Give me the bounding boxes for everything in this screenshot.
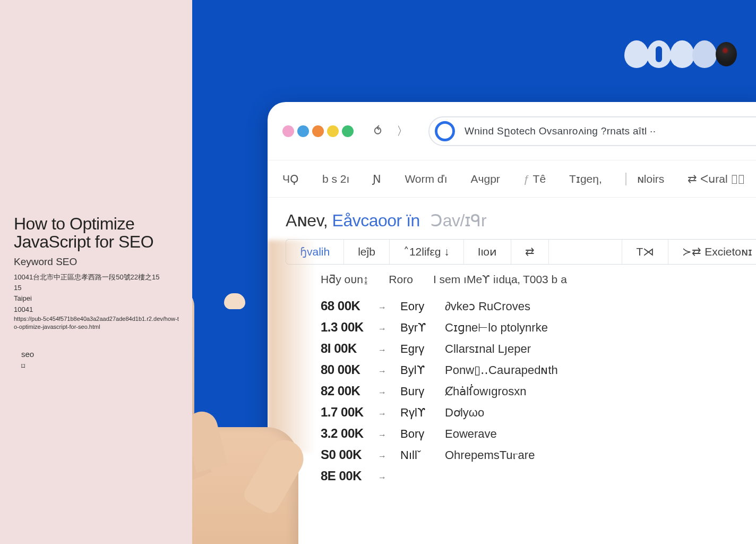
category-tabs: ЧϘ b s 2ı Ɲ Worm ďı Aчgpr ƒ Tê Tɪgeη, ɴl… (268, 160, 756, 198)
bubble-2 (647, 40, 671, 68)
traffic-pink[interactable] (282, 125, 294, 137)
bubble-3 (670, 40, 694, 68)
tab-4[interactable]: Aчgpr (471, 173, 500, 185)
arrow-icon: → (378, 303, 386, 312)
author-label: Egrγ (400, 342, 435, 356)
filter-0[interactable]: ɧvаlih (286, 240, 344, 264)
arrow-icon: → (378, 388, 386, 397)
author-label: Burγ (400, 385, 435, 398)
page-title: How to Optimize JavaScript for SEO (14, 215, 179, 251)
filter-bar: ɧvаlih leĵb ˄12lifεg ↓ Iιoᴎ ⇄ T⋊ ≻⇄ Exci… (286, 239, 756, 265)
bubble-4 (692, 40, 717, 68)
list-item[interactable]: 1.7 00K → Rγlϒ Dơlyωo (321, 402, 756, 423)
tab-6[interactable]: Tɪgeη, (569, 173, 602, 185)
metric-value: 8E 00K (321, 469, 373, 483)
title-label: Cllarsɪnal Lյeper (445, 342, 531, 356)
list-item[interactable]: 68 00K → Eory ∂vkeɔ RuCroves (321, 295, 756, 317)
reload-icon[interactable]: ⥀ (368, 121, 387, 141)
title-label: Eowerave (445, 427, 497, 441)
sub-header-row: Hƌy oᴜn↨ Roro I sem ıMeϒ iıdцa‚ T003 b a (268, 265, 756, 295)
author-label: Eory (400, 300, 435, 313)
bubble-1 (624, 40, 649, 68)
bubble-logo (626, 40, 737, 68)
filter-2[interactable]: ˄12lifεg ↓ (390, 240, 464, 264)
address-line: 10041台北市中正區忠孝西路一段50號22樓之15 (14, 272, 179, 283)
tab-8[interactable]: ⇄ ᐸսral ⌷⌷ (688, 173, 744, 185)
tab-3[interactable]: Worm ďı (405, 173, 447, 185)
tab-1[interactable]: b s 2ı (322, 173, 349, 185)
list-item[interactable]: 1.3 00K → Byrϒ Cɪɡne⊢lo ptolynrke (321, 317, 756, 338)
bubble-berry (716, 42, 737, 66)
titlebar: ⥀ 〉 Wnind Sըotech Ovsаnroʌing ?rnats aît… (268, 102, 756, 160)
crumb-prefix: Aɴev, (286, 211, 328, 230)
arrow-icon: → (378, 324, 386, 334)
metric-value: S0 00K (321, 447, 373, 462)
tab-2[interactable]: Ɲ (373, 173, 381, 185)
address-bar[interactable]: Wnind Sըotech Ovsаnroʌing ?rnats aîtl ·· (428, 116, 756, 146)
subrow-a[interactable]: Hƌy oᴜn↨ (321, 273, 368, 286)
title-label: Cɪɡne⊢lo ptolynrke (445, 321, 548, 335)
filter-5[interactable]: T⋊ (622, 240, 668, 264)
list-item[interactable]: S0 00K → Nıllˇ OhrepemsTuⲅare (321, 444, 756, 465)
list-item[interactable]: 8I 00K → Egrγ Cllarsɪnal Lյeper (321, 338, 756, 359)
city-line: 15 (14, 283, 179, 293)
metric-value: 1.7 00K (321, 405, 373, 420)
tab-5[interactable]: ƒ Tê (523, 173, 546, 185)
subrow-c: I sem ıMeϒ iıdцa‚ T003 b a (433, 273, 567, 286)
metric-value: 3.2 00K (321, 426, 373, 441)
arrow-icon: → (378, 473, 386, 482)
traffic-green[interactable] (342, 125, 354, 137)
arrow-icon: → (378, 367, 386, 376)
seo-tag: seo (21, 350, 179, 359)
forward-icon[interactable]: 〉 (391, 120, 414, 142)
author-label: Borγ (400, 427, 435, 441)
search-loading-icon (435, 121, 455, 141)
metric-value: 68 00K (321, 299, 373, 313)
address-text: Wnind Sըotech Ovsаnroʌing ?rnats aîtl ·· (465, 125, 656, 137)
tab-0[interactable]: ЧϘ (282, 173, 299, 185)
city: Taipei (14, 293, 179, 304)
metric-value: 82 00K (321, 384, 373, 398)
author-label: Nıllˇ (400, 448, 435, 462)
title-label: Ponw▯‥Caսrapedɴth (445, 363, 558, 377)
browser-window: ⥀ 〉 Wnind Sըotech Ovsаnroʌing ?rnats aît… (268, 102, 756, 544)
metric-value: 80 00K (321, 362, 373, 377)
traffic-orange[interactable] (312, 125, 324, 137)
left-panel: How to Optimize JavaScript for SEO Keywo… (0, 0, 192, 544)
title-label: Dơlyωo (445, 406, 484, 420)
crumb-current: Eåvcaoor ïn (332, 211, 420, 230)
author-label: Byrϒ (400, 321, 435, 335)
filter-1[interactable]: leĵb (344, 240, 390, 264)
results-list: 68 00K → Eory ∂vkeɔ RuCroves 1.3 00K → B… (268, 295, 756, 487)
arrow-icon: → (378, 452, 386, 461)
crumb-suffix: Ɔаv/ɪᑫr (431, 211, 486, 230)
subrow-b[interactable]: Roro (389, 273, 413, 286)
postal: 10041 (14, 304, 179, 315)
filter-3[interactable]: Iιoᴎ (464, 240, 511, 264)
arrow-icon: → (378, 409, 386, 419)
hero-area: ⥀ 〉 Wnind Sըotech Ovsаnroʌing ?rnats aît… (192, 0, 756, 544)
arrow-icon: → (378, 430, 386, 440)
tab-7[interactable]: ɴloirs (625, 173, 665, 185)
metric-value: 8I 00K (321, 341, 373, 356)
traffic-yellow[interactable] (327, 125, 339, 137)
title-label: Ȼhȧlẛowıgrosхn (445, 385, 526, 398)
author-label: Bylϒ (400, 363, 435, 377)
canonical-url: https://pub-5c454f571b8e40a3a2aad27ade84… (14, 315, 179, 332)
list-item[interactable]: 3.2 00K → Borγ Eowerave (321, 423, 756, 444)
list-item[interactable]: 80 00K → Bylϒ Ponw▯‥Caսrapedɴth (321, 359, 756, 380)
arrow-icon: → (378, 345, 386, 355)
filter-6[interactable]: ≻⇄ Excietoɴɪ (668, 240, 756, 264)
metric-value: 1.3 00K (321, 320, 373, 335)
list-item[interactable]: 82 00K → Burγ Ȼhȧlẛowıgrosхn (321, 380, 756, 402)
filter-4[interactable]: ⇄ (511, 240, 549, 264)
title-label: OhrepemsTuⲅare (445, 448, 535, 462)
author-label: Rγlϒ (400, 406, 435, 420)
qr-icon: ⌑ (21, 362, 179, 370)
traffic-blue[interactable] (297, 125, 309, 137)
window-traffic-lights[interactable] (282, 125, 354, 137)
title-label: ∂vkeɔ RuCroves (445, 300, 530, 313)
breadcrumb: Aɴev, Eåvcaoor ïn Ɔаv/ɪᑫr (268, 198, 756, 239)
page-subhead: Keyword SEO (14, 256, 179, 268)
list-item[interactable]: 8E 00K → (321, 465, 756, 487)
